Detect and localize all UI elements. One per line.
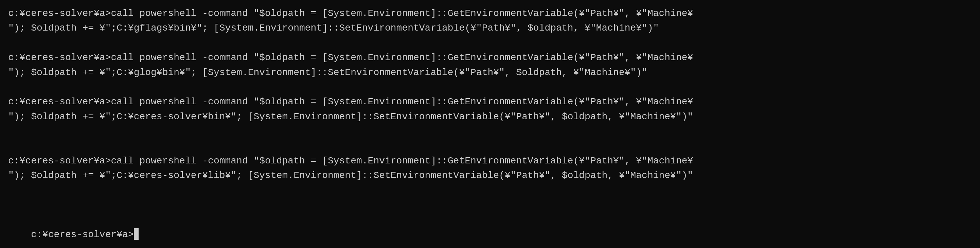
terminal-line: "); $oldpath += ¥";C:¥gflags¥bin¥"; [Sys… <box>8 21 972 35</box>
terminal-window[interactable]: c:¥ceres-solver¥a>call powershell -comma… <box>0 0 980 248</box>
terminal-prompt: c:¥ceres-solver¥a> <box>31 229 134 240</box>
terminal-prompt-line[interactable]: c:¥ceres-solver¥a> <box>8 212 972 248</box>
terminal-line: c:¥ceres-solver¥a>call powershell -comma… <box>8 154 972 168</box>
terminal-line: c:¥ceres-solver¥a>call powershell -comma… <box>8 50 972 65</box>
terminal-cursor <box>134 228 138 240</box>
blank-line <box>8 80 972 94</box>
blank-line <box>8 198 972 212</box>
terminal-line: "); $oldpath += ¥";C:¥ceres-solver¥lib¥"… <box>8 168 972 183</box>
terminal-line: "); $oldpath += ¥";C:¥glog¥bin¥"; [Syste… <box>8 65 972 80</box>
blank-line <box>8 183 972 198</box>
terminal-line: c:¥ceres-solver¥a>call powershell -comma… <box>8 6 972 21</box>
terminal-line: c:¥ceres-solver¥a>call powershell -comma… <box>8 94 972 109</box>
blank-line <box>8 124 972 138</box>
blank-line <box>8 36 972 50</box>
terminal-line: "); $oldpath += ¥";C:¥ceres-solver¥bin¥"… <box>8 110 972 124</box>
blank-line <box>8 139 972 154</box>
